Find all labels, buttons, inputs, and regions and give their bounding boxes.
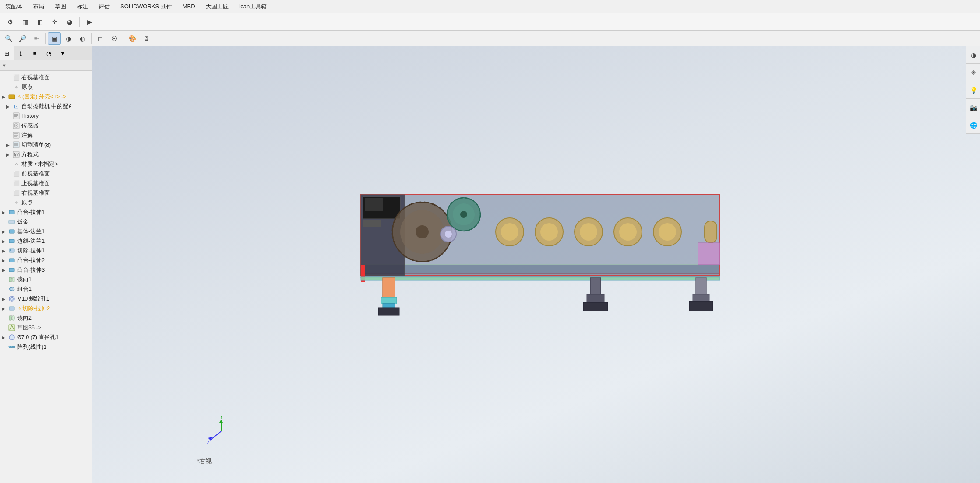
shaded-btn[interactable]: ◐ bbox=[76, 32, 89, 45]
menu-daguo[interactable]: 大国工匠 bbox=[204, 2, 230, 11]
pencil-btn[interactable]: ✏ bbox=[30, 32, 43, 45]
right-plane2-label: 右视基准面 bbox=[21, 189, 50, 197]
scene-side-btn[interactable]: ☀ bbox=[966, 64, 980, 81]
tree-item-combine1[interactable]: 组合1 bbox=[0, 284, 92, 294]
tree-item-mirror2[interactable]: 镜向2 bbox=[0, 313, 92, 323]
thread-hole1-icon bbox=[8, 295, 16, 303]
tree-item-origin[interactable]: ⌖ 原点 bbox=[0, 82, 92, 92]
tree-item-shell-fixed[interactable]: ▶ ⚠ (固定) 外壳<1> -> bbox=[0, 92, 92, 102]
tree-item-boss-extrude2[interactable]: ▶ 凸台-拉伸2 bbox=[0, 256, 92, 265]
cut-list-icon bbox=[12, 141, 20, 149]
more-btn[interactable]: ▶ bbox=[83, 16, 96, 28]
history-label: History bbox=[21, 113, 39, 119]
svg-point-70 bbox=[659, 223, 676, 241]
shaded-with-edges-btn[interactable]: ◑ bbox=[62, 32, 75, 45]
menu-ican[interactable]: Ican工具箱 bbox=[237, 2, 269, 11]
grid-btn[interactable]: ▦ bbox=[18, 16, 32, 28]
tree-item-top-plane[interactable]: ⬜ 上视基准面 bbox=[0, 178, 92, 188]
menu-assembly[interactable]: 装配体 bbox=[4, 2, 24, 11]
cut-extrude2-warn-icon: ⚠ bbox=[17, 306, 21, 312]
tree-item-mirror1[interactable]: 镜向1 bbox=[0, 275, 92, 284]
origin-btn[interactable]: ✛ bbox=[48, 16, 61, 28]
tree-item-edge-flange1[interactable]: ▶ 边线-法兰1 bbox=[0, 236, 92, 246]
tree-item-equation[interactable]: ▶ f(x) 方程式 bbox=[0, 150, 92, 159]
lights-side-btn[interactable]: 💡 bbox=[966, 81, 980, 99]
tree-item-right-plane[interactable]: ⬜ 右视基准面 bbox=[0, 73, 92, 82]
color-btn[interactable]: 🎨 bbox=[126, 32, 139, 45]
svg-rect-2 bbox=[14, 114, 18, 115]
search2-view-btn[interactable]: 🔎 bbox=[16, 32, 29, 45]
search-view-btn[interactable]: 🔍 bbox=[2, 32, 15, 45]
toolbar-sep4 bbox=[123, 33, 123, 44]
tree-item-boss-extrude1[interactable]: ▶ 凸台-拉伸1 bbox=[0, 207, 92, 217]
tree-item-material[interactable]: ⁘ 材质 <未指定> bbox=[0, 159, 92, 169]
tree-item-origin2[interactable]: ⌖ 原点 bbox=[0, 198, 92, 207]
cut-extrude1-icon bbox=[8, 247, 16, 255]
assembly-btn[interactable]: ⚙ bbox=[4, 16, 17, 28]
tree-item-circle-hole1[interactable]: ▶ Ø7.0 (7) 直径孔1 bbox=[0, 332, 92, 342]
edge-flange1-label: 边线-法兰1 bbox=[17, 238, 45, 245]
front-plane-icon: ⬜ bbox=[12, 170, 20, 178]
cube-view-btn[interactable]: ◻ bbox=[94, 32, 107, 45]
svg-rect-21 bbox=[9, 230, 14, 233]
tree-item-front-plane[interactable]: ⬜ 前视基准面 bbox=[0, 169, 92, 178]
tree-item-sketch36[interactable]: 草图36 -> bbox=[0, 323, 92, 332]
appearance-side-btn[interactable]: ◑ bbox=[966, 46, 980, 64]
chart-btn[interactable]: ◕ bbox=[63, 16, 76, 28]
boss-extrude2-icon bbox=[8, 256, 16, 264]
tree-item-right-plane2[interactable]: ⬜ 右视基准面 bbox=[0, 188, 92, 198]
svg-point-62 bbox=[501, 223, 518, 241]
mirror1-icon bbox=[8, 276, 16, 284]
menu-layout[interactable]: 布局 bbox=[31, 2, 46, 11]
boss-extrude1-icon bbox=[8, 208, 16, 216]
menu-solidworks-addins[interactable]: SOLIDWORKS 插件 bbox=[119, 2, 174, 11]
feature-tree: ⬜ 右视基准面 ⌖ 原点 ▶ ⚠ (固定) 外壳<1> -> ▶ bbox=[0, 71, 92, 483]
monitor-btn[interactable]: 🖥 bbox=[140, 32, 153, 45]
tree-item-cut-list[interactable]: ▶ 切割清单(8) bbox=[0, 140, 92, 150]
tree-item-cut-extrude1[interactable]: ▶ 切除-拉伸1 bbox=[0, 246, 92, 256]
tree-item-annotation[interactable]: 注解 bbox=[0, 130, 92, 140]
arrow-edge-flange1: ▶ bbox=[2, 239, 8, 244]
menu-annotation[interactable]: 标注 bbox=[75, 2, 90, 11]
shell-warn-icon: ⚠ bbox=[17, 94, 21, 100]
right-side-panel: ◑ ☀ 💡 📷 🌐 bbox=[966, 46, 980, 134]
boss-extrude2-label: 凸台-拉伸2 bbox=[17, 257, 45, 264]
appearance-tab[interactable]: ◔ bbox=[42, 46, 56, 60]
property-tab[interactable]: ℹ bbox=[14, 46, 28, 60]
toolbar-sep1 bbox=[79, 17, 80, 27]
menu-mbd[interactable]: MBD bbox=[181, 2, 197, 10]
display-style-btn[interactable]: ▣ bbox=[48, 32, 61, 45]
svg-point-42 bbox=[13, 346, 15, 348]
camera-side-btn[interactable]: 📷 bbox=[966, 99, 980, 116]
part-btn[interactable]: ◧ bbox=[33, 16, 46, 28]
svg-point-57 bbox=[460, 211, 467, 218]
tree-item-cut-extrude2[interactable]: ▶ ⚠ 切除-拉伸2 bbox=[0, 304, 92, 313]
menu-evaluate[interactable]: 评估 bbox=[97, 2, 112, 11]
svg-point-31 bbox=[11, 287, 14, 291]
tree-item-sheet-metal[interactable]: 钣金 bbox=[0, 217, 92, 227]
tree-item-auto-shoe[interactable]: ▶ ⊡ 自动擦鞋机 中的配é bbox=[0, 102, 92, 111]
search-tab[interactable]: ▼ bbox=[56, 46, 70, 60]
config-tab[interactable]: ≡ bbox=[28, 46, 42, 60]
svg-rect-27 bbox=[9, 277, 11, 282]
filter-bar: ▼ bbox=[0, 60, 92, 71]
svg-point-39 bbox=[9, 335, 14, 340]
tree-item-sensor[interactable]: 传感器 bbox=[0, 121, 92, 130]
arrow-boss2: ▶ bbox=[2, 258, 8, 263]
tree-item-boss-extrude3[interactable]: ▶ 凸台-拉伸3 bbox=[0, 265, 92, 275]
camera-btn[interactable]: ⦿ bbox=[108, 32, 121, 45]
tree-item-linear-pattern1[interactable]: 阵列(线性)1 bbox=[0, 342, 92, 352]
tree-item-thread-hole1[interactable]: ▶ M10 螺纹孔1 bbox=[0, 294, 92, 304]
menu-sketch[interactable]: 草图 bbox=[53, 2, 68, 11]
tree-item-history[interactable]: History bbox=[0, 111, 92, 121]
arrow-equation: ▶ bbox=[6, 152, 12, 157]
feature-manager-tab[interactable]: ⊞ bbox=[0, 46, 14, 60]
viewport[interactable]: Z Y *右视 ◑ ☀ 💡 📷 🌐 bbox=[92, 46, 980, 483]
auto-shoe-label: 自动擦鞋机 中的配é bbox=[21, 103, 71, 110]
realview-side-btn[interactable]: 🌐 bbox=[966, 116, 980, 134]
tree-item-base-flange1[interactable]: ▶ 基体-法兰1 bbox=[0, 227, 92, 236]
boss-extrude1-label: 凸台-拉伸1 bbox=[17, 209, 45, 216]
svg-rect-49 bbox=[365, 198, 383, 211]
svg-rect-22 bbox=[9, 239, 14, 243]
svg-rect-72 bbox=[698, 243, 720, 265]
